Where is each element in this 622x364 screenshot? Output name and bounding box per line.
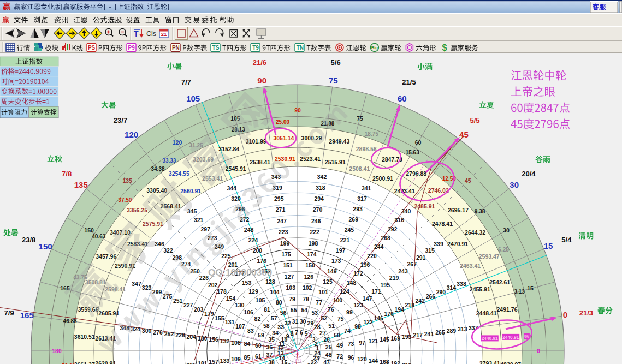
- svg-text:2575.91: 2575.91: [143, 220, 163, 227]
- svg-text:178: 178: [217, 288, 227, 295]
- svg-text:T: T: [134, 29, 139, 38]
- svg-text:155: 155: [215, 315, 224, 321]
- svg-text:222: 222: [310, 229, 319, 235]
- svg-text:35: 35: [268, 336, 275, 343]
- svg-text:P9: P9: [128, 45, 135, 51]
- svg-text:6: 6: [300, 329, 303, 336]
- svg-text:248: 248: [244, 226, 254, 233]
- svg-text:59: 59: [258, 332, 264, 338]
- svg-text:198: 198: [309, 240, 318, 247]
- svg-text:250: 250: [190, 268, 200, 275]
- svg-text:108: 108: [231, 339, 241, 346]
- svg-text:83: 83: [247, 327, 254, 334]
- svg-text:90: 90: [257, 76, 266, 85]
- svg-text:226: 226: [199, 275, 209, 281]
- svg-text:3: 3: [312, 336, 316, 343]
- svg-text:2448.41: 2448.41: [476, 310, 497, 317]
- svg-text:78: 78: [303, 296, 309, 302]
- svg-text:181: 181: [198, 360, 208, 364]
- svg-text:46.88: 46.88: [63, 318, 77, 324]
- svg-text:7/8: 7/8: [62, 170, 72, 178]
- svg-text:147: 147: [363, 295, 372, 302]
- svg-text:31: 31: [292, 318, 299, 325]
- svg-text:123: 123: [354, 302, 364, 308]
- svg-text:197: 197: [336, 247, 346, 254]
- svg-text:130: 130: [235, 302, 245, 308]
- svg-text:52: 52: [321, 315, 327, 321]
- svg-text:219: 219: [389, 275, 399, 281]
- svg-text:251: 251: [173, 297, 183, 304]
- svg-text:32: 32: [285, 320, 291, 326]
- svg-text:28: 28: [314, 324, 321, 330]
- svg-text:344: 344: [227, 185, 237, 192]
- svg-text:15: 15: [527, 285, 534, 291]
- svg-text:2949.43: 2949.43: [329, 138, 349, 145]
- svg-text:36: 36: [266, 344, 273, 350]
- svg-text:57: 57: [271, 315, 277, 321]
- svg-text:269: 269: [349, 216, 359, 223]
- svg-text:60: 60: [255, 342, 262, 349]
- svg-text:180: 180: [52, 348, 62, 354]
- svg-text:90: 90: [294, 107, 301, 114]
- svg-text:295: 295: [274, 195, 284, 202]
- svg-text:227: 227: [183, 302, 193, 308]
- svg-text:199: 199: [280, 240, 290, 247]
- svg-text:107: 107: [235, 323, 245, 330]
- svg-text:2463.41: 2463.41: [460, 262, 481, 269]
- svg-text:171: 171: [371, 288, 381, 295]
- svg-text:120: 120: [125, 130, 138, 139]
- svg-text:50: 50: [334, 332, 340, 338]
- svg-text:3661.37: 3661.37: [74, 361, 95, 364]
- svg-text:316: 316: [395, 217, 405, 223]
- svg-text:156: 156: [209, 336, 218, 343]
- svg-text:200: 200: [253, 247, 263, 254]
- svg-text:6.25: 6.25: [498, 247, 509, 253]
- svg-text:154: 154: [226, 295, 236, 302]
- svg-text:18.75: 18.75: [365, 131, 378, 137]
- svg-text:122: 122: [363, 319, 373, 325]
- svg-text:105: 105: [256, 297, 265, 303]
- svg-text:290: 290: [436, 289, 446, 295]
- svg-text:81: 81: [264, 306, 270, 313]
- svg-text:2898.58: 2898.58: [356, 146, 377, 152]
- svg-text:37.50: 37.50: [118, 197, 132, 203]
- svg-text:105: 105: [186, 94, 200, 103]
- svg-text:2644.32: 2644.32: [465, 229, 485, 236]
- svg-text:2470.91: 2470.91: [447, 241, 468, 247]
- svg-text:45: 45: [459, 130, 469, 139]
- svg-text:120: 120: [173, 139, 182, 146]
- svg-text:221: 221: [340, 237, 350, 243]
- svg-text:220: 220: [367, 253, 377, 259]
- svg-text:3152.84: 3152.84: [218, 146, 239, 152]
- svg-text:85: 85: [244, 354, 251, 361]
- svg-text:144: 144: [369, 357, 378, 364]
- svg-text:2545.91: 2545.91: [226, 165, 246, 172]
- svg-text:246: 246: [311, 218, 321, 224]
- svg-text:126: 126: [304, 273, 314, 280]
- svg-text:9.38: 9.38: [475, 208, 485, 214]
- svg-text:61: 61: [255, 353, 262, 360]
- svg-text:55: 55: [291, 307, 297, 313]
- svg-text:318: 318: [316, 184, 325, 191]
- svg-text:320: 320: [231, 195, 241, 202]
- svg-text:106: 106: [244, 309, 253, 315]
- svg-text:2485.91: 2485.91: [414, 203, 435, 210]
- svg-text:315: 315: [425, 247, 435, 254]
- svg-text:103: 103: [286, 284, 296, 291]
- svg-text:125: 125: [323, 278, 333, 285]
- svg-text:51: 51: [328, 323, 335, 329]
- svg-text:342: 342: [317, 174, 327, 180]
- svg-text:PS: PS: [88, 45, 96, 51]
- svg-text:3457.96: 3457.96: [96, 253, 116, 260]
- svg-text:340: 340: [401, 208, 411, 214]
- svg-text:5/6: 5/6: [331, 58, 341, 67]
- svg-text:131: 131: [225, 319, 235, 325]
- svg-text:23/8: 23/8: [22, 236, 35, 244]
- svg-text:98: 98: [354, 323, 361, 330]
- svg-text:37: 37: [266, 351, 273, 358]
- svg-text:82: 82: [254, 315, 261, 322]
- svg-text:2508.41: 2508.41: [349, 165, 370, 172]
- svg-text:146: 146: [374, 315, 383, 321]
- svg-text:270: 270: [313, 206, 323, 213]
- svg-text:72: 72: [336, 353, 343, 360]
